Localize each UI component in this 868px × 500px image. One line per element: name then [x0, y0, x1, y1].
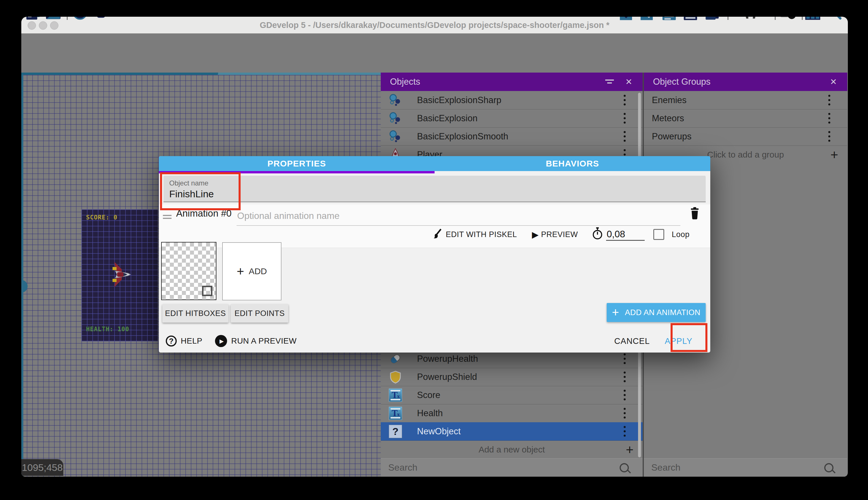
frame-thumbnail-inner-square [202, 286, 212, 296]
edit-hitboxes-label: EDIT HITBOXES [165, 309, 226, 318]
edit-points-button[interactable]: EDIT POINTS [231, 304, 289, 322]
delete-animation-icon[interactable] [689, 207, 701, 221]
object-name: Score [417, 390, 623, 400]
scene-window-icon[interactable] [46, 17, 61, 24]
text-object-icon: Tx [389, 388, 402, 402]
dialog-footer: ? HELP ▶ RUN A PREVIEW CANCEL APPLY [159, 329, 710, 353]
row-menu-icon[interactable] [623, 112, 626, 125]
run-preview-icon[interactable]: ▶ [215, 335, 227, 347]
object-groups-title: Object Groups [653, 77, 830, 87]
add-object-row[interactable]: Add a new object + [381, 440, 643, 458]
object-name: BasicExplosionSharp [417, 95, 623, 105]
redo-icon[interactable] [752, 17, 769, 24]
add-animation-label: ADD AN ANIMATION [625, 308, 701, 317]
play-preview-icon[interactable] [72, 17, 88, 24]
group-row[interactable]: Powerups [644, 127, 847, 146]
toolbar-separator [802, 17, 803, 20]
project-manager-icon[interactable] [25, 17, 41, 24]
layers-icon[interactable] [705, 17, 723, 24]
edit-hitboxes-button[interactable]: EDIT HITBOXES [162, 304, 228, 322]
drag-handle-icon[interactable] [163, 213, 172, 220]
unknown-object-icon: ? [389, 425, 402, 438]
object-row[interactable]: BasicExplosionSmooth [381, 127, 643, 146]
player-ship-sprite[interactable] [110, 260, 131, 290]
help-button[interactable]: HELP [181, 337, 202, 345]
frame-thumbnail[interactable] [161, 242, 216, 300]
objects-search-input[interactable] [388, 462, 620, 473]
toolbar-separator [728, 17, 728, 20]
object-row[interactable]: Tx Health [381, 404, 643, 422]
object-row-selected[interactable]: ? NewObject [381, 422, 643, 441]
object-properties-dialog: PROPERTIES BEHAVIORS Object name FinishL… [159, 156, 710, 353]
row-menu-icon[interactable] [828, 94, 831, 106]
health-pill-icon [389, 352, 402, 365]
animation-tools-row: EDIT WITH PISKEL ▶ PREVIEW Loop [159, 225, 710, 244]
timer-icon [592, 227, 603, 242]
loop-label: Loop [672, 230, 690, 239]
left-drawer-handle[interactable] [21, 280, 28, 293]
text-object-icon: Tx [389, 407, 402, 420]
object-name: PowerupShield [417, 372, 623, 382]
help-icon[interactable]: ? [166, 336, 177, 346]
row-menu-icon[interactable] [623, 130, 626, 143]
hud-score-text: SCORE: 0 [86, 214, 117, 221]
row-menu-icon[interactable] [828, 112, 831, 125]
search-icon [620, 463, 629, 472]
debug-bug-icon[interactable] [93, 17, 109, 24]
objects-panel-title: Objects [390, 77, 605, 87]
row-menu-icon[interactable] [623, 388, 626, 401]
run-preview-button[interactable]: RUN A PREVIEW [231, 337, 296, 345]
plus-icon: + [237, 264, 244, 279]
cancel-button[interactable]: CANCEL [614, 337, 650, 346]
object-row[interactable]: BasicExplosion [381, 109, 643, 128]
add-object-label: Add a new object [407, 445, 617, 454]
group-row[interactable]: Enemies [644, 91, 847, 110]
object-row[interactable]: Tx Score [381, 386, 643, 405]
edit-points-label: EDIT POINTS [235, 309, 285, 318]
loop-checkbox[interactable] [653, 229, 664, 240]
preview-button[interactable]: PREVIEW [541, 230, 578, 239]
close-panel-icon[interactable]: ✕ [830, 77, 837, 87]
left-drawer-edge [21, 75, 23, 477]
group-name: Enemies [652, 95, 828, 105]
row-menu-icon[interactable] [623, 425, 626, 438]
row-menu-icon[interactable] [623, 94, 626, 106]
object-row[interactable]: BasicExplosionSharp [381, 91, 643, 110]
toggle-mask-icon[interactable] [779, 17, 797, 24]
close-panel-icon[interactable]: ✕ [625, 77, 632, 87]
row-menu-icon[interactable] [623, 352, 626, 365]
window-title: GDevelop 5 - /Users/dkarakay/Documents/G… [21, 17, 848, 33]
group-row[interactable]: Meteors [644, 109, 847, 128]
explosion-object-icon [389, 94, 402, 107]
dialog-tabbar: PROPERTIES BEHAVIORS [159, 156, 710, 171]
row-menu-icon[interactable] [623, 407, 626, 420]
game-screen-area[interactable]: SCORE: 0 HEALTH: 100 [81, 209, 158, 341]
tab-properties[interactable]: PROPERTIES [159, 156, 435, 171]
row-menu-icon[interactable] [828, 130, 831, 143]
add-animation-button[interactable]: + ADD AN ANIMATION [607, 303, 706, 322]
edit-with-piskel-button[interactable]: EDIT WITH PISKEL [446, 230, 517, 239]
object-name-field[interactable]: Object name FinishLine [163, 176, 706, 202]
group-name: Powerups [652, 131, 828, 142]
objects-search-row [381, 458, 643, 477]
brush-icon [433, 228, 442, 241]
zoom-1to1-icon[interactable]: 1:1 [825, 17, 842, 24]
grid-icon[interactable] [805, 17, 820, 24]
properties-list-icon[interactable] [683, 17, 697, 24]
object-row[interactable]: PowerupShield [381, 368, 643, 386]
undo-icon[interactable] [732, 17, 749, 24]
add-object-icon[interactable] [619, 17, 633, 24]
desktop-background: GDevelop 5 - /Users/dkarakay/Documents/G… [0, 0, 868, 500]
object-name: BasicExplosion [417, 113, 623, 124]
add-frame-button[interactable]: + ADD [222, 242, 281, 300]
row-menu-icon[interactable] [623, 371, 626, 383]
groups-search-row [644, 458, 847, 477]
filter-icon[interactable] [605, 79, 614, 85]
edit-scene-icon[interactable] [662, 17, 676, 24]
tab-behaviors[interactable]: BEHAVIORS [435, 156, 710, 171]
frame-time-input[interactable] [606, 228, 645, 241]
groups-search-input[interactable] [651, 462, 824, 473]
animation-name-input[interactable] [237, 206, 680, 226]
preview-play-icon: ▶ [532, 229, 539, 240]
instances-list-icon[interactable] [640, 17, 654, 24]
